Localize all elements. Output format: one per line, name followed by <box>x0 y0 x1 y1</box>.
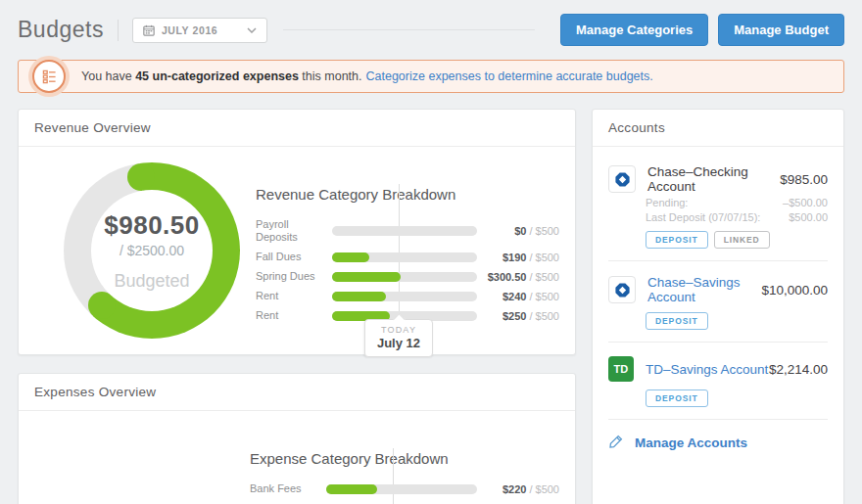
category-label: Fall Dues <box>256 251 332 263</box>
expenses-breakdown: Expense Category Breakdown Bank Fees $22… <box>250 427 559 504</box>
month-select-dropdown[interactable]: JULY 2016 <box>132 18 267 43</box>
header: Budgets JULY 2016 Manage Categories Mana… <box>0 0 862 56</box>
account-last-deposit-row: Last Deposit (07/07/15): $500.00 <box>646 211 828 223</box>
category-bar-fill <box>326 484 377 494</box>
today-marker-line <box>393 448 394 504</box>
alert-text: You have 45 un-categorized expenses this… <box>81 69 362 83</box>
account-balance: $985.00 <box>780 172 828 187</box>
header-divider-line <box>283 29 535 30</box>
account-pending-row: Pending: –$500.00 <box>646 197 828 208</box>
account-badges: DEPOSIT <box>646 312 828 330</box>
donut-cap-start <box>127 163 155 191</box>
linked-badge: LINKED <box>714 231 770 249</box>
budgeted-amount: $980.50 <box>104 210 199 241</box>
expenses-overview-card: Expenses Overview Expense Category Break… <box>18 373 576 504</box>
deposit-badge: DEPOSIT <box>646 231 708 249</box>
account-head: Chase–Savings Account $10,000.00 <box>608 275 828 304</box>
today-tooltip-label: TODAY <box>377 325 420 335</box>
category-bar-track <box>332 272 477 282</box>
account-head: Chase–Checking Account $985.00 <box>608 164 828 194</box>
account-balance: $10,000.00 <box>761 283 828 298</box>
chase-logo-icon <box>608 276 636 303</box>
expenses-overview-title: Expenses Overview <box>19 374 575 411</box>
account-name-link[interactable]: TD–Savings Account <box>646 362 768 377</box>
calendar-icon <box>143 24 155 36</box>
td-logo-icon: TD <box>608 356 634 382</box>
breakdown-row: Bank Fees $220/ $500 <box>250 482 559 495</box>
category-value: $240/ $500 <box>477 291 559 302</box>
manage-budget-button[interactable]: Manage Budget <box>718 14 844 46</box>
chase-logo-icon <box>608 165 636 193</box>
category-label: Rent <box>256 290 332 302</box>
category-bar-fill <box>332 252 369 262</box>
category-value: $0/ $500 <box>477 225 559 237</box>
right-column: Accounts Chase–Checking Account $985.00 … <box>592 109 844 504</box>
category-value: $300.50/ $500 <box>477 271 559 283</box>
category-bar-fill <box>332 272 401 282</box>
manage-accounts-link[interactable]: Manage Accounts <box>608 420 828 466</box>
budget-total: / $2500.00 <box>120 243 184 258</box>
deposit-badge: DEPOSIT <box>646 389 708 407</box>
budgets-page: Budgets JULY 2016 Manage Categories Mana… <box>0 0 862 504</box>
revenue-breakdown-title: Revenue Category Breakdown <box>256 186 559 203</box>
category-value: $190/ $500 <box>477 252 559 263</box>
account-item-chase-checking: Chase–Checking Account $985.00 Pending: … <box>608 151 828 260</box>
today-tooltip-date: July 12 <box>377 336 420 350</box>
revenue-overview-card: Revenue Overview $980.50 / $2500.00 Budg… <box>18 109 576 355</box>
expenses-overview-body: Expense Category Breakdown Bank Fees $22… <box>19 411 575 504</box>
main-content: Revenue Overview $980.50 / $2500.00 Budg… <box>0 93 862 504</box>
budgeted-label: Budgeted <box>114 271 189 292</box>
category-label: Payroll Deposits <box>256 218 332 244</box>
account-name-link[interactable]: Chase–Savings Account <box>647 275 761 304</box>
account-name: Chase–Checking Account <box>647 164 780 194</box>
deposit-badge: DEPOSIT <box>646 312 708 330</box>
category-value: $220/ $500 <box>477 483 559 495</box>
account-item-chase-savings: Chase–Savings Account $10,000.00 DEPOSIT <box>608 261 828 342</box>
breakdown-row: Payroll Deposits $0/ $500 <box>256 218 559 244</box>
title-divider <box>118 20 119 41</box>
category-bar-track <box>332 292 477 301</box>
revenue-overview-body: $980.50 / $2500.00 Budgeted Revenue Cate… <box>19 147 575 354</box>
categorize-expenses-link[interactable]: Categorize expenses to determine accurat… <box>366 69 653 83</box>
account-balance: $2,214.00 <box>769 362 828 377</box>
manage-categories-button[interactable]: Manage Categories <box>560 14 708 46</box>
account-item-td-savings: TD TD–Savings Account $2,214.00 DEPOSIT <box>608 343 828 419</box>
today-tooltip: TODAY July 12 <box>364 319 433 357</box>
chevron-down-icon <box>247 27 257 33</box>
breakdown-row: Rent $240/ $500 <box>256 290 559 302</box>
left-column: Revenue Overview $980.50 / $2500.00 Budg… <box>18 109 576 504</box>
pencil-icon <box>608 434 624 452</box>
month-select-value: JULY 2016 <box>162 24 217 36</box>
account-head: TD TD–Savings Account $2,214.00 <box>608 356 828 382</box>
category-bar-track <box>326 484 477 494</box>
list-icon <box>32 60 66 93</box>
revenue-breakdown: Revenue Category Breakdown Payroll Depos… <box>256 162 559 339</box>
accounts-list: Chase–Checking Account $985.00 Pending: … <box>593 147 843 466</box>
revenue-donut-center: $980.50 / $2500.00 Budgeted <box>91 190 213 311</box>
alert-bold-text: 45 un-categorized expenses <box>135 69 299 83</box>
breakdown-row: Fall Dues $190/ $500 <box>256 251 559 263</box>
category-label: Rent <box>256 309 332 322</box>
category-bar-fill <box>332 292 386 301</box>
accounts-title: Accounts <box>593 110 843 147</box>
expense-breakdown-title: Expense Category Breakdown <box>250 450 559 467</box>
category-label: Bank Fees <box>250 482 326 495</box>
accounts-card: Accounts Chase–Checking Account $985.00 … <box>592 109 844 504</box>
account-badges: DEPOSIT <box>646 389 828 407</box>
revenue-donut-chart: $980.50 / $2500.00 Budgeted <box>64 162 240 339</box>
uncategorized-alert-banner: You have 45 un-categorized expenses this… <box>18 60 844 93</box>
page-title: Budgets <box>18 17 104 43</box>
revenue-overview-title: Revenue Overview <box>19 110 575 147</box>
account-badges: DEPOSIT LINKED <box>646 231 828 249</box>
category-bar-track <box>332 252 477 262</box>
category-label: Spring Dues <box>256 270 332 283</box>
category-bar-track <box>332 226 477 236</box>
breakdown-row: Spring Dues $300.50/ $500 <box>256 270 559 283</box>
category-value: $250/ $500 <box>477 310 559 322</box>
